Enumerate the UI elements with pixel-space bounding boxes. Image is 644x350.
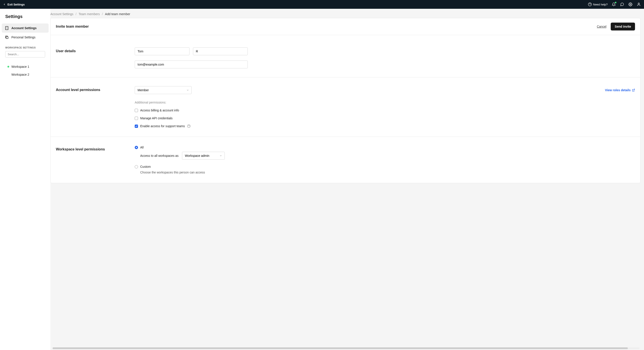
role-select[interactable]: Member (135, 86, 192, 94)
billing-checkbox-label: Access billing & account info (140, 109, 179, 112)
custom-workspaces-desc: Choose the workspaces this person can ac… (140, 170, 635, 174)
workspace-settings-header: WORKSPACE SETTINGS (2, 42, 49, 51)
breadcrumb-account-settings[interactable]: Account Settings (50, 12, 74, 16)
account-permissions-label: Account level permissions (56, 86, 130, 128)
exit-settings-label: Exit Settings (8, 3, 25, 6)
svg-rect-11 (6, 37, 8, 39)
user-icon (637, 3, 641, 6)
chat-icon (620, 3, 624, 6)
invite-card: Invite team member Cancel Send invite Us… (50, 18, 640, 183)
help-circle-icon (588, 3, 592, 6)
external-link-icon (632, 89, 635, 92)
active-dot-icon (8, 66, 9, 68)
page-title: Invite team member (56, 25, 89, 29)
nav-account-label: Account Settings (12, 26, 36, 30)
api-credentials-checkbox[interactable] (135, 117, 138, 120)
svg-point-2 (630, 4, 631, 5)
nav-account-settings[interactable]: Account Settings (2, 24, 49, 33)
building-icon (5, 26, 9, 30)
chat-button[interactable] (620, 2, 624, 7)
chevron-left-icon (3, 3, 6, 6)
workspace-item-2[interactable]: Workspace 2 (2, 71, 49, 79)
breadcrumb: Account Settings / Team members / Add te… (50, 12, 640, 18)
last-name-input[interactable] (193, 47, 248, 55)
need-help-link[interactable]: Need help? (588, 3, 608, 6)
workspace-role-select[interactable]: Workspace admin (182, 152, 225, 160)
api-credentials-checkbox-label: Manage API credentials (140, 116, 172, 120)
all-workspaces-label: All (140, 146, 144, 149)
first-name-input[interactable] (135, 47, 190, 55)
billing-checkbox[interactable] (135, 109, 138, 112)
settings-button[interactable] (628, 2, 632, 7)
svg-line-12 (633, 89, 634, 90)
svg-rect-4 (6, 27, 8, 30)
send-invite-button[interactable]: Send invite (611, 23, 635, 31)
main-content: Account Settings / Team members / Add te… (50, 9, 644, 350)
nav-personal-label: Personal Settings (12, 36, 36, 39)
profile-button[interactable] (636, 2, 641, 7)
sidebar-title: Settings (2, 14, 49, 19)
view-roles-details-link[interactable]: View roles details (605, 88, 635, 92)
workspace-search-input[interactable] (5, 51, 45, 57)
support-access-checkbox[interactable] (135, 125, 138, 128)
breadcrumb-add-team-member: Add team member (105, 12, 130, 16)
custom-workspaces-label: Custom (140, 165, 151, 168)
check-icon (135, 125, 138, 127)
breadcrumb-team-members[interactable]: Team members (79, 12, 100, 16)
workspace-1-label: Workspace 1 (12, 65, 29, 68)
gear-icon (628, 3, 632, 6)
info-icon[interactable] (187, 124, 190, 128)
svg-point-3 (638, 3, 640, 4)
copy-icon (5, 35, 9, 39)
additional-permissions-label: Additional permissions: (135, 101, 635, 104)
exit-settings-link[interactable]: Exit Settings (3, 3, 25, 6)
all-workspaces-radio[interactable] (135, 146, 138, 149)
notification-indicator (615, 2, 616, 3)
support-access-checkbox-label: Enable access for support teams (140, 124, 185, 128)
scrollbar-thumb[interactable] (52, 347, 628, 349)
need-help-label: Need help? (593, 3, 608, 6)
all-workspaces-desc: Access to all workspaces as (140, 154, 178, 157)
user-details-label: User details (56, 47, 130, 68)
horizontal-scrollbar[interactable] (52, 347, 640, 349)
workspace-permissions-label: Workspace level permissions (56, 146, 130, 174)
email-input[interactable] (135, 61, 248, 68)
workspace-2-label: Workspace 2 (12, 73, 29, 76)
settings-sidebar: Settings Account Settings Personal Setti… (0, 9, 50, 350)
workspace-item-1[interactable]: Workspace 1 (2, 63, 49, 71)
cancel-button[interactable]: Cancel (597, 25, 606, 28)
nav-personal-settings[interactable]: Personal Settings (2, 33, 49, 42)
custom-workspaces-radio[interactable] (135, 165, 138, 168)
notifications-button[interactable] (612, 2, 616, 7)
